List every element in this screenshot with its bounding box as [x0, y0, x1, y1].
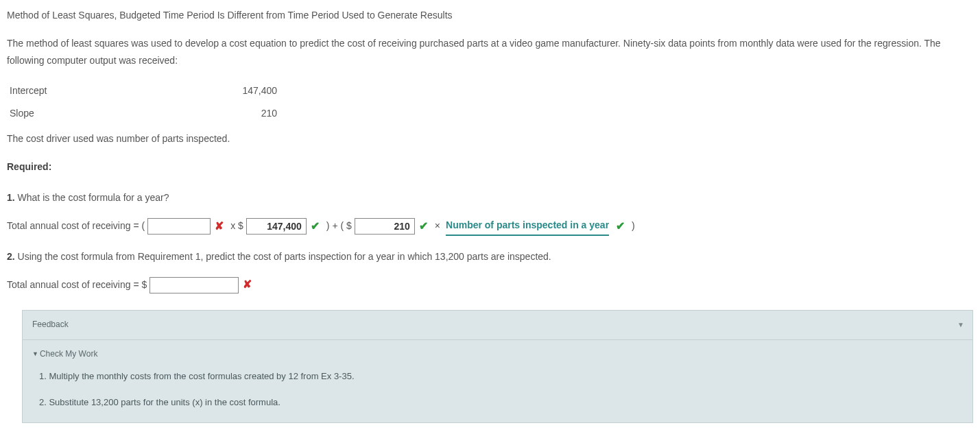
slope-value: 210 [202, 102, 298, 125]
incorrect-icon: ✘ [239, 275, 256, 295]
check-my-work-label: Check My Work [40, 349, 97, 359]
q1-blank-3[interactable] [355, 218, 415, 235]
page-title: Method of Least Squares, Budgeted Time P… [7, 7, 973, 24]
slope-label: Slope [7, 102, 202, 125]
correct-icon: ✔ [415, 217, 432, 237]
q2-number: 2. [7, 251, 15, 262]
correct-icon: ✔ [612, 217, 629, 237]
q1-seg-close-plus: ) + ( $ [324, 217, 355, 235]
q2-blank[interactable] [150, 277, 239, 293]
intro-paragraph: The method of least squares was used to … [7, 35, 973, 69]
check-my-work-toggle[interactable]: ▼Check My Work [32, 347, 963, 362]
q1-seg-times: × [432, 217, 443, 235]
chevron-down-icon: ▼ [957, 319, 964, 331]
q1-seg-times-dollar: x $ [228, 217, 246, 235]
q1-lead: Total annual cost of receiving = ( [7, 217, 147, 235]
q1-blank-1[interactable] [147, 218, 211, 235]
question-2: 2. Using the cost formula from Requireme… [7, 248, 973, 265]
table-row: Slope 210 [7, 102, 298, 125]
table-row: Intercept 147,400 [7, 80, 298, 102]
feedback-panel: Feedback ▼ ▼Check My Work 1. Multiply th… [22, 310, 973, 423]
feedback-body: ▼Check My Work 1. Multiply the monthly c… [23, 340, 972, 422]
feedback-header[interactable]: Feedback ▼ [23, 311, 972, 340]
q1-text: What is the cost formula for a year? [18, 192, 169, 203]
required-heading: Required: [7, 158, 973, 176]
q2-formula-line: Total annual cost of receiving = $ ✘ [7, 275, 973, 295]
intercept-value: 147,400 [202, 80, 298, 102]
q1-seg-close2: ) [629, 217, 638, 235]
feedback-line-2: 2. Substitute 13,200 parts for the units… [39, 394, 963, 410]
question-page: Method of Least Squares, Budgeted Time P… [0, 0, 980, 423]
question-1: 1. What is the cost formula for a year? [7, 189, 973, 206]
feedback-line-1: 1. Multiply the monthly costs from the c… [39, 368, 963, 384]
cost-driver-note: The cost driver used was number of parts… [7, 130, 973, 147]
feedback-title: Feedback [32, 320, 69, 329]
regression-output-table: Intercept 147,400 Slope 210 [7, 80, 298, 125]
incorrect-icon: ✘ [211, 217, 228, 237]
triangle-down-icon: ▼ [32, 350, 40, 357]
correct-icon: ✔ [307, 217, 324, 237]
q1-formula-line: Total annual cost of receiving = ( ✘ x $… [7, 217, 973, 237]
q2-lead: Total annual cost of receiving = $ [7, 276, 150, 293]
intercept-label: Intercept [7, 80, 202, 102]
q1-number: 1. [7, 192, 15, 203]
q1-blank-2[interactable] [246, 218, 307, 235]
q2-text: Using the cost formula from Requirement … [18, 251, 551, 262]
q1-dropdown[interactable]: Number of parts inspected in a year [446, 217, 609, 236]
